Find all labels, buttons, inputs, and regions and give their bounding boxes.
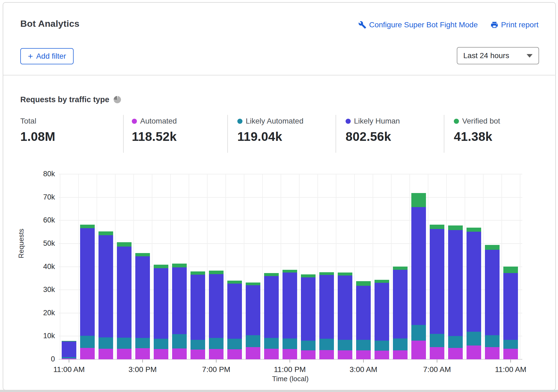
bar-10-00-pm[interactable] [264, 273, 279, 359]
x-tick [69, 360, 69, 363]
bar-segment-likely-automated [99, 337, 113, 349]
bar-segment-automated [393, 350, 408, 359]
bar-segment-likely-human [172, 267, 187, 334]
bar-segment-likely-human [375, 283, 389, 340]
y-tick-label: 40k [22, 263, 55, 271]
bar-segment-likely-automated [117, 338, 132, 349]
bar-segment-verified-bot [246, 283, 260, 285]
x-tick [142, 360, 143, 363]
page-background-strip [0, 390, 558, 392]
bar-11-00-am[interactable] [62, 341, 76, 359]
bar-9-00-am[interactable] [467, 228, 481, 359]
bar-segment-likely-human [319, 275, 334, 338]
bar-3-00-pm[interactable] [135, 253, 150, 359]
stat-label: Likely Human [354, 117, 400, 125]
bar-8-00-pm[interactable] [227, 281, 242, 359]
bar-12-00-am[interactable] [301, 274, 316, 359]
print-report-link[interactable]: Print report [490, 21, 539, 29]
gridline-vertical [170, 174, 171, 359]
stat-label: Verified bot [462, 117, 500, 125]
bar-12-00-pm[interactable] [80, 225, 95, 359]
bar-7-00-am[interactable] [430, 225, 444, 359]
y-tick-label: 60k [22, 216, 55, 224]
gridline-vertical [133, 174, 134, 359]
bar-7-00-pm[interactable] [209, 271, 224, 359]
printer-icon [490, 21, 498, 29]
bar-segment-likely-automated [62, 357, 76, 358]
bar-2-00-pm[interactable] [117, 242, 132, 359]
stat-label: Automated [140, 117, 177, 125]
gridline-vertical [262, 174, 263, 359]
bar-segment-automated [80, 348, 95, 359]
bar-segment-verified-bot [117, 242, 132, 247]
bar-segment-verified-bot [448, 225, 463, 230]
configure-super-bot-fight-mode-link[interactable]: Configure Super Bot Fight Mode [358, 21, 478, 29]
bar-11-00-am[interactable] [503, 267, 518, 359]
bar-4-00-am[interactable] [375, 280, 389, 359]
stat-likely-automated: Likely Automated119.04k [237, 117, 303, 144]
bar-segment-likely-human [411, 207, 426, 325]
bar-5-00-am[interactable] [393, 267, 408, 359]
x-tick-label: 7:00 AM [410, 365, 464, 374]
bar-segment-verified-bot [338, 273, 352, 275]
bar-segment-likely-human [448, 230, 463, 336]
gridline-horizontal [59, 220, 522, 221]
bar-5-00-pm[interactable] [172, 264, 187, 359]
bar-segment-likely-human [117, 247, 132, 338]
stat-value: 119.04k [237, 129, 303, 144]
stat-divider [336, 115, 336, 153]
x-tick [510, 360, 511, 363]
stat-label: Likely Automated [246, 117, 303, 125]
bar-segment-likely-human [154, 268, 168, 338]
bar-2-00-am[interactable] [338, 273, 352, 359]
y-tick-label: 20k [22, 309, 55, 317]
bar-segment-likely-human [227, 284, 242, 339]
page-title: Bot Analytics [20, 18, 80, 29]
bar-segment-likely-automated [191, 340, 205, 350]
bar-segment-likely-human [485, 250, 500, 335]
bar-1-00-pm[interactable] [99, 231, 113, 359]
bar-segment-likely-human [467, 232, 481, 332]
print-link-label: Print report [501, 21, 539, 29]
bar-3-00-am[interactable] [356, 281, 371, 359]
bar-segment-likely-human [301, 277, 316, 341]
bar-segment-verified-bot [356, 281, 371, 286]
x-tick-label: 3:00 AM [336, 365, 390, 374]
add-filter-button[interactable]: + Add filter [20, 48, 74, 64]
stat-value: 1.08M [20, 129, 55, 144]
bar-9-00-pm[interactable] [246, 283, 260, 359]
bar-6-00-am[interactable] [411, 193, 426, 359]
bar-6-00-pm[interactable] [191, 271, 205, 359]
bar-segment-likely-human [62, 341, 76, 357]
bar-segment-likely-automated [227, 339, 242, 349]
bar-segment-verified-bot [62, 341, 76, 341]
bar-8-00-am[interactable] [448, 225, 463, 359]
bar-segment-verified-bot [503, 267, 518, 273]
bar-1-00-am[interactable] [319, 272, 334, 359]
x-tick-label: 11:00 PM [263, 365, 317, 374]
bar-segment-automated [319, 350, 334, 359]
bar-10-00-am[interactable] [485, 245, 500, 359]
bar-segment-likely-human [283, 273, 297, 338]
bot-analytics-page: Bot Analytics Configure Super Bot Fight … [0, 0, 558, 392]
bar-4-00-pm[interactable] [154, 265, 168, 359]
time-range-dropdown[interactable]: Last 24 hours [457, 47, 539, 64]
configure-link-label: Configure Super Bot Fight Mode [369, 21, 478, 29]
bar-segment-automated [117, 349, 132, 359]
x-tick-label: 11:00 AM [42, 365, 96, 374]
stat-divider [123, 115, 124, 153]
bar-segment-likely-automated [467, 332, 481, 346]
gridline-vertical [207, 174, 208, 359]
bar-segment-automated [154, 349, 168, 359]
gridline-vertical [97, 174, 97, 359]
bar-11-00-pm[interactable] [283, 270, 297, 359]
plus-icon: + [28, 52, 33, 61]
stat-divider [444, 115, 444, 153]
bar-segment-verified-bot [467, 228, 481, 232]
y-tick-label: 80k [22, 170, 55, 178]
bar-segment-automated [283, 349, 297, 359]
gridline-vertical [281, 174, 281, 359]
bar-segment-verified-bot [172, 264, 187, 268]
bar-segment-verified-bot [430, 225, 444, 229]
bar-segment-automated [301, 350, 316, 359]
